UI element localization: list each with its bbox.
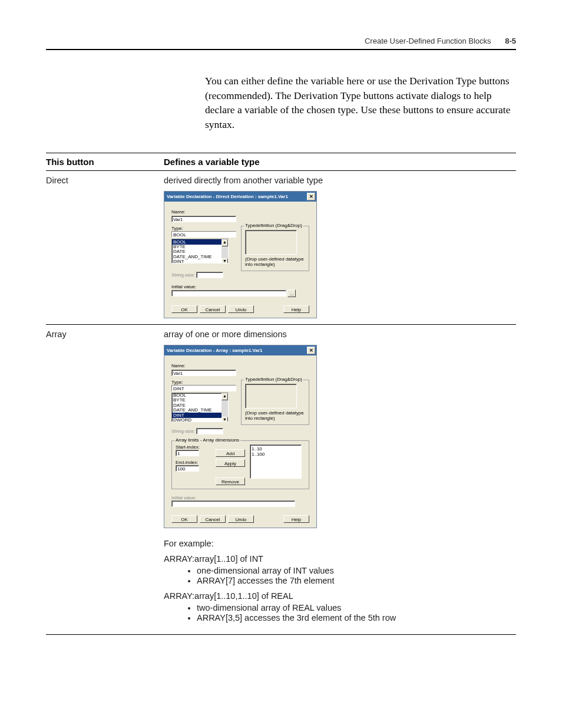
typedef-legend: Typedefinition (Drag&Drop) (244, 223, 303, 228)
th-defines: Defines a variable type (164, 153, 516, 171)
scroll-down-icon[interactable]: ▼ (222, 417, 228, 422)
help-button[interactable]: Help (283, 305, 309, 313)
end-label: End-index: (176, 460, 211, 465)
example-intro: For example: (164, 539, 516, 548)
example1-bullet: one-dimensional array of INT values (197, 566, 516, 575)
direct-dialog: Variable Declaration - Direct Derivation… (164, 191, 317, 318)
intro-paragraph: You can either define the variable here … (205, 74, 516, 131)
scroll-down-icon[interactable]: ▼ (222, 258, 228, 263)
table-row-array: Array array of one or more dimensions Va… (46, 325, 516, 635)
derivation-table: This button Defines a variable type Dire… (46, 153, 516, 635)
scroll-up-icon[interactable]: ▲ (222, 393, 228, 400)
typedef-fieldset: Typedefinition (Drag&Drop) (Drop user-de… (241, 226, 309, 271)
name-label: Name: (171, 363, 309, 368)
scroll-up-icon[interactable]: ▲ (222, 239, 228, 246)
header-section: Create User-Defined Function Blocks (365, 37, 491, 45)
list-item[interactable]: 1..100 (252, 452, 300, 457)
type-listbox[interactable]: BOOL BYTE DATE DATE_AND_TIME DINT DWORD … (171, 393, 229, 422)
stringsize-input (196, 428, 223, 434)
typedef-legend: Typedefinition (Drag&Drop) (244, 377, 303, 382)
example2-title: ARRAY:array[1..10,1..10] of REAL (164, 591, 516, 601)
name-label: Name: (171, 209, 309, 215)
drop-text: (Drop user-defined datatype into rectang… (245, 256, 305, 267)
initial-label: Initial value: (171, 495, 309, 500)
page-header: Create User-Defined Function Blocks 8-5 (46, 37, 516, 45)
cancel-button[interactable]: Cancel (200, 515, 226, 523)
array-dialog: Variable Declaration - Array : sample1.V… (164, 345, 317, 528)
array-examples: For example: ARRAY:array[1..10] of INT o… (164, 539, 516, 622)
direct-name: Direct (46, 171, 164, 325)
type-select[interactable]: DINT (171, 385, 236, 391)
undo-button[interactable]: Undo (228, 305, 254, 313)
initial-label: Initial value: (171, 284, 309, 289)
scrollbar[interactable]: ▲ ▼ (222, 393, 228, 421)
th-button: This button (46, 153, 164, 171)
array-name: Array (46, 325, 164, 635)
array-dialog-titlebar: Variable Declaration - Array : sample1.V… (164, 345, 316, 355)
stringsize-input (196, 272, 223, 278)
limits-legend: Array limits - Array dimensions (174, 437, 240, 443)
browse-button[interactable]: ... (287, 289, 296, 297)
header-rule (46, 49, 516, 50)
example1-bullet: ARRAY[7] accesses the 7th element (197, 576, 516, 585)
undo-button[interactable]: Undo (228, 515, 254, 523)
type-listbox[interactable]: BOOL BYTE DATE DATE_AND_TIME DINT DWORD … (171, 239, 229, 263)
end-input[interactable]: 100 (176, 465, 199, 472)
ok-button[interactable]: OK (171, 305, 197, 313)
typedef-fieldset: Typedefinition (Drag&Drop) (Drop user-de… (241, 380, 309, 425)
direct-desc: derived directly from another variable t… (164, 176, 516, 185)
stringsize-label: String-size: (171, 429, 195, 434)
array-limits-fieldset: Array limits - Array dimensions Start-in… (171, 440, 309, 489)
name-input[interactable]: Var1 (171, 216, 236, 222)
drop-text: (Drop user-defined datatype into rectang… (245, 410, 305, 421)
name-input[interactable]: Var1 (171, 370, 236, 376)
drop-area[interactable] (245, 230, 297, 255)
array-dialog-title: Variable Declaration - Array : sample1.V… (167, 348, 262, 353)
close-icon[interactable]: ✕ (307, 347, 315, 354)
help-button[interactable]: Help (283, 515, 309, 523)
table-row-direct: Direct derived directly from another var… (46, 171, 516, 325)
remove-button[interactable]: Remove (216, 477, 245, 485)
type-select[interactable]: BOOL (171, 231, 236, 238)
type-label: Type: (171, 226, 236, 231)
header-page: 8-5 (505, 37, 516, 45)
direct-dialog-titlebar: Variable Declaration - Direct Derivation… (164, 192, 316, 202)
initial-input[interactable] (171, 290, 286, 297)
stringsize-label: String-size: (171, 272, 195, 278)
initial-input[interactable] (171, 500, 295, 507)
example2-bullet: ARRAY[3,5] accesses the 3rd element of t… (197, 613, 516, 622)
add-button[interactable]: Add (216, 449, 245, 457)
list-item[interactable]: DINT (172, 259, 228, 263)
direct-dialog-title: Variable Declaration - Direct Derivation… (167, 194, 288, 199)
ok-button[interactable]: OK (171, 515, 197, 523)
list-item[interactable]: DWORD (172, 418, 228, 422)
example1-title: ARRAY:array[1..10] of INT (164, 554, 516, 564)
type-label: Type: (171, 380, 236, 385)
start-input[interactable]: 1 (176, 450, 199, 456)
start-label: Start-index: (176, 444, 211, 450)
list-item[interactable]: DATE_AND_TIME (172, 408, 228, 413)
example2-bullet: two-dimensional array of REAL values (197, 603, 516, 612)
cancel-button[interactable]: Cancel (200, 305, 226, 313)
close-icon[interactable]: ✕ (307, 193, 315, 200)
array-desc: array of one or more dimensions (164, 330, 516, 339)
dimensions-list[interactable]: 1..10 1..100 (250, 444, 302, 479)
apply-button[interactable]: Apply (216, 459, 245, 467)
scrollbar[interactable]: ▲ ▼ (222, 239, 228, 263)
drop-area[interactable] (245, 384, 297, 409)
list-item[interactable]: 1..10 (252, 446, 300, 452)
